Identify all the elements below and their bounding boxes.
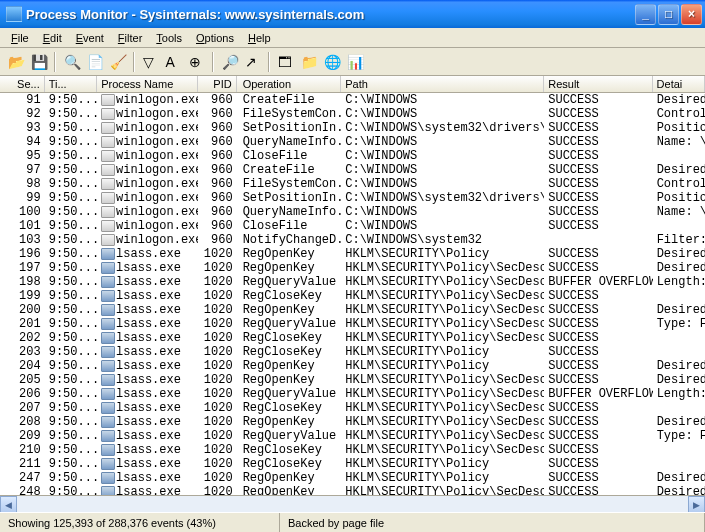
cell-seq: 211 [0, 457, 45, 471]
table-row[interactable]: 2009:50...lsass.exe1020RegOpenKeyHKLM\SE… [0, 303, 705, 317]
menu-help[interactable]: Help [241, 30, 278, 46]
column-header-proc[interactable]: Process Name [97, 76, 198, 92]
hscrollbar[interactable]: ◀ ▶ [0, 495, 705, 512]
menu-event[interactable]: Event [69, 30, 111, 46]
cell-path: C:\WINDOWS [341, 177, 544, 191]
table-row[interactable]: 2059:50...lsass.exe1020RegOpenKeyHKLM\SE… [0, 373, 705, 387]
filesystem-button[interactable]: 📁 [297, 51, 320, 73]
table-row[interactable]: 2089:50...lsass.exe1020RegOpenKeyHKLM\SE… [0, 415, 705, 429]
cell-path: HKLM\SECURITY\Policy\SecDesc [341, 289, 544, 303]
clear-button[interactable]: 🧹 [106, 51, 129, 73]
table-row[interactable]: 2039:50...lsass.exe1020RegCloseKeyHKLM\S… [0, 345, 705, 359]
include-icon: ⊕ [189, 54, 205, 70]
table-row[interactable]: 979:50...winlogon.exe960CreateFileC:\WIN… [0, 163, 705, 177]
cell-seq: 197 [0, 261, 45, 275]
table-row[interactable]: 1019:50...winlogon.exe960CloseFileC:\WIN… [0, 219, 705, 233]
hscroll-track[interactable] [17, 496, 688, 512]
menu-tools[interactable]: Tools [149, 30, 189, 46]
column-header-res[interactable]: Result [544, 76, 652, 92]
column-header-op[interactable]: Operation [237, 76, 342, 92]
jump-button[interactable]: ↗ [241, 51, 264, 73]
save-button[interactable]: 💾 [27, 51, 50, 73]
registry-button[interactable]: 🗔 [274, 51, 297, 73]
column-header-seq[interactable]: Se... [0, 76, 45, 92]
cell-proc: lsass.exe [97, 443, 198, 457]
cell-op: RegOpenKey [237, 373, 342, 387]
table-row[interactable]: 2489:50...lsass.exe1020RegOpenKeyHKLM\SE… [0, 485, 705, 495]
process-icon [101, 276, 115, 288]
cell-det [653, 443, 705, 457]
filter-button[interactable]: ▽ [139, 51, 162, 73]
menu-options[interactable]: Options [189, 30, 241, 46]
highlight-button[interactable]: A [162, 51, 185, 73]
column-header-det[interactable]: Detai [653, 76, 705, 92]
column-header-time[interactable]: Ti... [45, 76, 97, 92]
cell-proc: winlogon.exe [97, 93, 198, 107]
event-grid[interactable]: 919:50...winlogon.exe960CreateFileC:\WIN… [0, 93, 705, 495]
toolbar-separator [268, 52, 270, 72]
cell-pid: 960 [198, 163, 237, 177]
process-icon [101, 374, 115, 386]
table-row[interactable]: 2029:50...lsass.exe1020RegCloseKeyHKLM\S… [0, 331, 705, 345]
table-row[interactable]: 939:50...winlogon.exe960SetPositionIn..C… [0, 121, 705, 135]
cell-res: SUCCESS [544, 191, 652, 205]
cell-pid: 1020 [198, 443, 237, 457]
close-button[interactable]: × [681, 4, 702, 25]
column-header-pid[interactable]: PID [198, 76, 237, 92]
menu-edit[interactable]: Edit [36, 30, 69, 46]
autoscroll-button[interactable]: 📄 [83, 51, 106, 73]
cell-pid: 960 [198, 121, 237, 135]
process-thread-button[interactable]: 📊 [343, 51, 366, 73]
process-icon [101, 164, 115, 176]
table-row[interactable]: 2019:50...lsass.exe1020RegQueryValueHKLM… [0, 317, 705, 331]
table-row[interactable]: 929:50...winlogon.exe960FileSystemCon..C… [0, 107, 705, 121]
include-button[interactable]: ⊕ [185, 51, 208, 73]
hscroll-right-button[interactable]: ▶ [688, 496, 705, 513]
table-row[interactable]: 2119:50...lsass.exe1020RegCloseKeyHKLM\S… [0, 457, 705, 471]
menu-filter[interactable]: Filter [111, 30, 149, 46]
cell-time: 9:50... [45, 387, 97, 401]
cell-pid: 1020 [198, 345, 237, 359]
table-row[interactable]: 1989:50...lsass.exe1020RegQueryValueHKLM… [0, 275, 705, 289]
table-row[interactable]: 949:50...winlogon.exe960QueryNameInfo..C… [0, 135, 705, 149]
table-row[interactable]: 959:50...winlogon.exe960CloseFileC:\WIND… [0, 149, 705, 163]
table-row[interactable]: 1009:50...winlogon.exe960QueryNameInfo..… [0, 205, 705, 219]
table-row[interactable]: 2479:50...lsass.exe1020RegOpenKeyHKLM\SE… [0, 471, 705, 485]
cell-proc: winlogon.exe [97, 205, 198, 219]
table-row[interactable]: 989:50...winlogon.exe960FileSystemCon..C… [0, 177, 705, 191]
table-row[interactable]: 1979:50...lsass.exe1020RegOpenKeyHKLM\SE… [0, 261, 705, 275]
capture-button[interactable]: 🔍 [60, 51, 83, 73]
table-row[interactable]: 1969:50...lsass.exe1020RegOpenKeyHKLM\SE… [0, 247, 705, 261]
table-row[interactable]: 2109:50...lsass.exe1020RegCloseKeyHKLM\S… [0, 443, 705, 457]
menu-file[interactable]: File [4, 30, 36, 46]
column-header-path[interactable]: Path [341, 76, 544, 92]
table-row[interactable]: 999:50...winlogon.exe960SetPositionIn..C… [0, 191, 705, 205]
cell-seq: 101 [0, 219, 45, 233]
table-row[interactable]: 2099:50...lsass.exe1020RegQueryValueHKLM… [0, 429, 705, 443]
cell-seq: 208 [0, 415, 45, 429]
cell-res: SUCCESS [544, 93, 652, 107]
table-row[interactable]: 919:50...winlogon.exe960CreateFileC:\WIN… [0, 93, 705, 107]
cell-op: RegCloseKey [237, 401, 342, 415]
table-row[interactable]: 2079:50...lsass.exe1020RegCloseKeyHKLM\S… [0, 401, 705, 415]
table-row[interactable]: 2069:50...lsass.exe1020RegQueryValueHKLM… [0, 387, 705, 401]
find-button[interactable]: 🔎 [218, 51, 241, 73]
hscroll-left-button[interactable]: ◀ [0, 496, 17, 513]
cell-time: 9:50... [45, 191, 97, 205]
maximize-button[interactable]: □ [658, 4, 679, 25]
toolbar-separator [212, 52, 214, 72]
minimize-button[interactable]: _ [635, 4, 656, 25]
cell-time: 9:50... [45, 121, 97, 135]
table-row[interactable]: 2049:50...lsass.exe1020RegOpenKeyHKLM\SE… [0, 359, 705, 373]
open-button[interactable]: 📂 [4, 51, 27, 73]
cell-res: SUCCESS [544, 359, 652, 373]
cell-op: RegOpenKey [237, 485, 342, 495]
cell-proc: lsass.exe [97, 373, 198, 387]
table-row[interactable]: 1999:50...lsass.exe1020RegCloseKeyHKLM\S… [0, 289, 705, 303]
cell-op: RegCloseKey [237, 457, 342, 471]
network-button[interactable]: 🌐 [320, 51, 343, 73]
table-row[interactable]: 1039:50...winlogon.exe960NotifyChangeD..… [0, 233, 705, 247]
process-icon [101, 290, 115, 302]
cell-res: SUCCESS [544, 331, 652, 345]
cell-pid: 1020 [198, 303, 237, 317]
